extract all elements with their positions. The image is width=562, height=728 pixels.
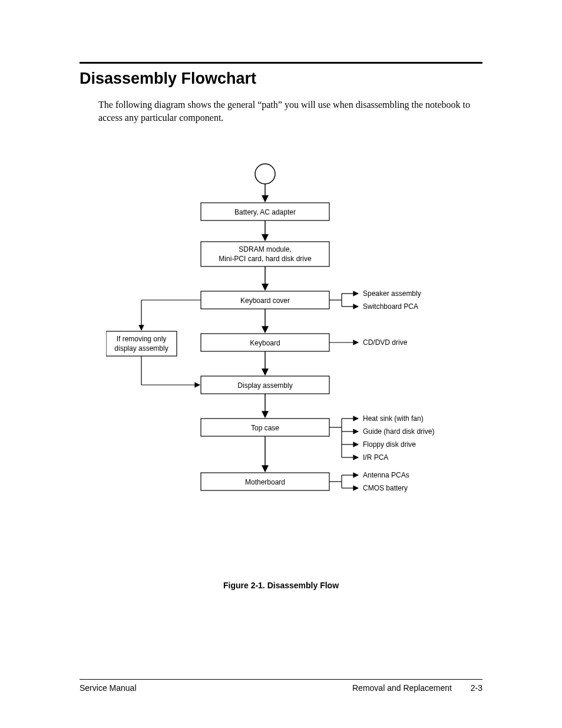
box-if-removing-l2: display assembly	[114, 344, 168, 353]
out-switchboard: Switchboard PCA	[363, 302, 418, 311]
page: Disassembly Flowchart The following diag…	[0, 0, 562, 728]
start-node	[255, 164, 275, 184]
out-guide: Guide (hard disk drive)	[363, 427, 434, 436]
page-title: Disassembly Flowchart	[80, 70, 482, 88]
out-irpca: I/R PCA	[363, 453, 388, 462]
box-display-label: Display assembly	[237, 381, 292, 390]
box-motherboard-label: Motherboard	[245, 478, 285, 486]
box-sdram-l2: Mini-PCI card, hard disk drive	[219, 255, 312, 263]
out-cmos: CMOS battery	[363, 484, 408, 492]
footer-page: 2-3	[471, 683, 482, 693]
out-speaker: Speaker assembly	[363, 289, 421, 298]
footer-center: Removal and Replacement	[352, 683, 452, 693]
box-keyboard-label: Keyboard	[250, 339, 280, 347]
box-battery-label: Battery, AC adapter	[234, 208, 296, 216]
box-top-case-label: Top case	[251, 424, 279, 432]
out-antenna: Antenna PCAs	[363, 471, 409, 479]
page-footer: Service Manual Removal and Replacement 2…	[80, 679, 482, 693]
footer-left: Service Manual	[80, 683, 137, 693]
box-sdram-l1: SDRAM module,	[239, 245, 291, 253]
figure-caption: Figure 2-1. Disassembly Flow	[0, 581, 562, 590]
flowchart-diagram: Battery, AC adapter SDRAM module, Mini-P…	[106, 159, 483, 531]
intro-paragraph: The following diagram shows the general …	[98, 98, 475, 124]
out-heatsink: Heat sink (with fan)	[363, 414, 424, 423]
box-keyboard-cover-label: Keyboard cover	[240, 297, 290, 305]
box-if-removing-l1: If removing only	[117, 335, 167, 343]
footer-rule	[80, 679, 482, 680]
top-rule	[80, 62, 482, 64]
out-cddvd: CD/DVD drive	[363, 338, 408, 347]
out-floppy: Floppy disk drive	[363, 440, 416, 449]
